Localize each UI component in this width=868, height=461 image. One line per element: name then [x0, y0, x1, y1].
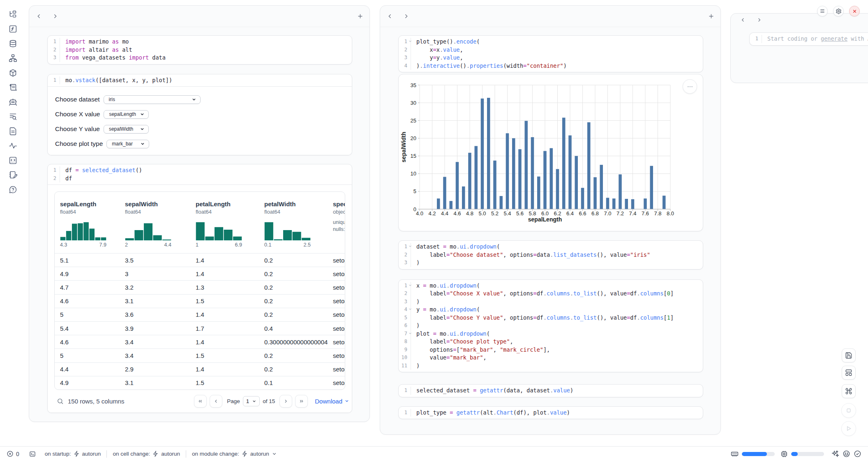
code-editor[interactable]: 1plot_type().encode(2 x=x.value,3 y=y.va… [399, 36, 703, 72]
generate-link[interactable]: generate [821, 35, 847, 42]
layout-button[interactable] [842, 366, 856, 380]
table-row[interactable]: 4.931.40.2setosa [55, 267, 345, 280]
code-line[interactable]: 4).interactive().properties(width="conta… [399, 62, 703, 70]
sidebar-file-tree-icon[interactable] [8, 10, 17, 19]
runtime-config-0[interactable]: on startup:autorun [45, 451, 101, 457]
code-editor[interactable]: 1dataset = mo.ui.dropdown(2 label="Choos… [399, 241, 703, 269]
code-line[interactable]: 3from vega_datasets import data [48, 54, 352, 62]
ai-sparkles-icon[interactable] [831, 450, 839, 458]
chat-bot-icon[interactable] [843, 450, 850, 458]
add-cell-icon[interactable] [355, 11, 365, 22]
table-row[interactable]: 5.13.51.40.2setosa [55, 253, 345, 267]
table-row[interactable]: 53.61.40.2setosa [55, 308, 345, 321]
table-row[interactable]: 4.42.91.40.2setosa [55, 362, 345, 376]
sidebar-text-search-icon[interactable] [8, 112, 17, 121]
chevron-right-icon[interactable] [754, 14, 764, 25]
column-histogram[interactable] [196, 219, 242, 240]
code-editor[interactable]: 1plot_type = getattr(alt.Chart(df), plot… [399, 407, 703, 419]
code-line[interactable]: 2df [48, 175, 352, 183]
sidebar-sitemap-icon[interactable] [8, 54, 17, 63]
sidebar-chat-bot-icon[interactable] [8, 97, 17, 106]
code-line[interactable]: 1plot_type = getattr(alt.Chart(df), plot… [399, 409, 703, 417]
chevron-left-icon[interactable] [737, 14, 748, 25]
code-line[interactable]: 10 value="mark_bar", [399, 354, 703, 362]
chevron-right-icon[interactable] [50, 11, 60, 22]
sidebar-activity-icon[interactable] [8, 141, 17, 150]
column-header[interactable]: speciesobjectunique:nulls: [328, 192, 345, 253]
cell-xyplot-dropdowns[interactable]: 1x = mo.ui.dropdown(2 label="Choose X va… [398, 279, 703, 373]
sidebar-scroll-icon[interactable] [8, 83, 17, 92]
code-editor[interactable]: 1mo.vstack([dataset, x, y, plot]) [48, 74, 352, 87]
search-icon[interactable] [57, 398, 64, 405]
scratchpad-cell[interactable]: 1 Start coding or generate with AI [749, 32, 868, 46]
next-page-button[interactable] [279, 395, 292, 408]
sidebar-help-icon[interactable] [8, 185, 17, 194]
sidebar-functions-icon[interactable] [8, 25, 17, 34]
status-check-icon[interactable] [854, 450, 861, 458]
cell-dataframe[interactable]: 1df = selected_dataset()2df sepalLengthf… [47, 164, 352, 413]
code-line[interactable]: 1import marimo as mo [48, 38, 352, 46]
chevron-right-icon[interactable] [401, 11, 411, 22]
code-line[interactable]: 2 label="Choose X value", options=df.col… [399, 290, 703, 298]
sidebar-code-snippet-icon[interactable] [8, 156, 17, 165]
code-line[interactable]: 3) [399, 259, 703, 267]
prev-page-button[interactable] [210, 395, 222, 408]
code-line[interactable]: 9 options=["mark_bar", "mark_circle"], [399, 346, 703, 354]
code-line[interactable]: 1x = mo.ui.dropdown( [399, 282, 703, 290]
sidebar-database-icon[interactable] [8, 39, 17, 48]
sidebar-package-icon[interactable] [8, 68, 17, 77]
chevron-left-icon[interactable] [33, 11, 44, 22]
choose-dataset-select[interactable]: iris [104, 95, 201, 104]
download-button[interactable]: Download [315, 398, 349, 405]
run-button[interactable] [841, 421, 856, 436]
chevron-left-icon[interactable] [384, 11, 395, 22]
choose-y-value-select[interactable]: sepalWidth [104, 125, 149, 134]
sidebar-notebook-edit-icon[interactable] [8, 171, 17, 180]
cell-plot-type[interactable]: 1plot_type = getattr(alt.Chart(df), plot… [398, 406, 703, 420]
table-row[interactable]: 4.73.21.30.2setosa [55, 280, 345, 294]
code-line[interactable]: 8 label="Choose plot type", [399, 338, 703, 346]
error-count[interactable]: 0 [7, 450, 19, 457]
table-row[interactable]: 4.63.11.50.2setosa [55, 294, 345, 308]
code-line[interactable]: 1plot_type().encode( [399, 38, 703, 46]
settings-button[interactable] [833, 6, 844, 16]
table-row[interactable]: 4.93.11.50.1setosa [55, 376, 345, 390]
cell-vstack[interactable]: 1mo.vstack([dataset, x, y, plot]) Choose… [47, 74, 352, 156]
code-line[interactable]: 3 y=y.value, [399, 54, 703, 62]
column-header[interactable]: petalWidthfloat640.12.5 [259, 192, 328, 253]
first-page-button[interactable] [194, 395, 207, 408]
cell-selected-dataset[interactable]: 1selected_dataset = getattr(data, datase… [398, 384, 703, 397]
code-line[interactable]: 2import altair as alt [48, 46, 352, 54]
table-row[interactable]: 53.41.50.2setosa [55, 348, 345, 362]
sidebar-document-icon[interactable] [8, 127, 17, 136]
close-button[interactable] [849, 6, 860, 16]
cell-imports[interactable]: 1import marimo as mo2import altair as al… [47, 35, 352, 65]
code-editor[interactable]: 1x = mo.ui.dropdown(2 label="Choose X va… [399, 280, 703, 372]
column-histogram[interactable] [60, 219, 106, 240]
page-select[interactable]: 1 [243, 396, 260, 406]
table-row[interactable]: 4.63.41.40.30000000000000004setosa [55, 335, 345, 348]
code-line[interactable]: 1mo.vstack([dataset, x, y, plot]) [48, 76, 352, 85]
cell-plot[interactable]: 1plot_type().encode(2 x=x.value,3 y=y.va… [398, 35, 703, 72]
choose-plot-type-select[interactable]: mark_bar [106, 140, 149, 148]
stop-button[interactable] [841, 403, 856, 418]
table-row[interactable]: 5.43.91.70.4setosa [55, 321, 345, 335]
code-editor[interactable]: 1df = selected_dataset()2df [48, 164, 352, 184]
menu-button[interactable] [817, 6, 828, 16]
code-line[interactable]: 6) [399, 322, 703, 330]
code-line[interactable]: 7plot = mo.ui.dropdown( [399, 330, 703, 338]
code-line[interactable]: 1dataset = mo.ui.dropdown( [399, 243, 703, 251]
column-header[interactable]: sepalWidthfloat6424.4 [120, 192, 190, 253]
code-line[interactable]: 1df = selected_dataset() [48, 166, 352, 175]
column-histogram[interactable] [264, 219, 311, 240]
code-line[interactable]: 11) [399, 362, 703, 370]
last-page-button[interactable] [295, 395, 308, 408]
chart-menu-button[interactable] [683, 79, 697, 94]
code-line[interactable]: 3) [399, 298, 703, 306]
code-editor[interactable]: 1import marimo as mo2import altair as al… [48, 36, 352, 64]
code-line[interactable]: 1selected_dataset = getattr(data, datase… [399, 387, 703, 395]
column-histogram[interactable] [125, 219, 171, 240]
code-line[interactable]: 5 label="Choose Y value", options=df.col… [399, 314, 703, 322]
column-header[interactable]: sepalLengthfloat644.37.9 [55, 192, 120, 253]
add-cell-icon[interactable] [706, 11, 716, 22]
